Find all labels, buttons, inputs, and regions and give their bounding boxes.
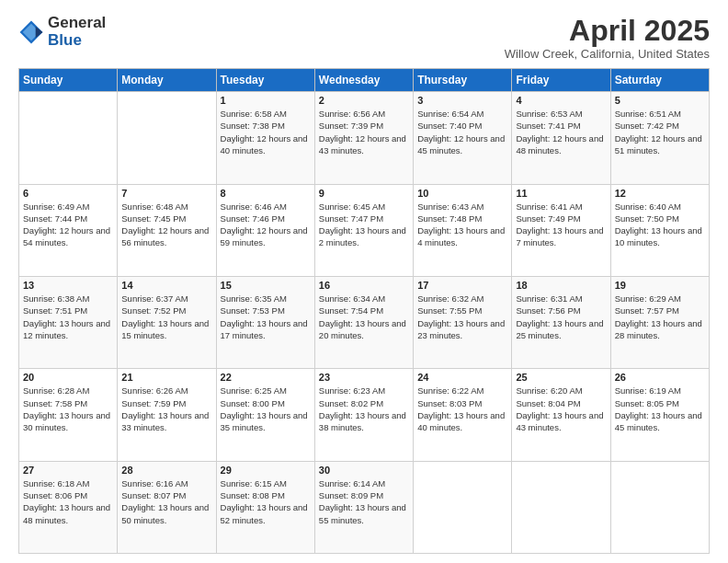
- calendar-cell: 26Sunrise: 6:19 AM Sunset: 8:05 PM Dayli…: [610, 369, 709, 461]
- day-number: 18: [516, 280, 606, 291]
- day-info: Sunrise: 6:56 AM Sunset: 7:39 PM Dayligh…: [319, 108, 409, 156]
- location: Willow Creek, California, United States: [505, 47, 710, 61]
- day-number: 22: [221, 372, 311, 383]
- day-info: Sunrise: 6:26 AM Sunset: 7:59 PM Dayligh…: [121, 385, 211, 433]
- day-number: 6: [23, 188, 113, 199]
- page: General Blue April 2025 Willow Creek, Ca…: [0, 0, 728, 563]
- day-info: Sunrise: 6:49 AM Sunset: 7:44 PM Dayligh…: [23, 201, 113, 249]
- calendar-week-row: 1Sunrise: 6:58 AM Sunset: 7:38 PM Daylig…: [19, 92, 710, 184]
- calendar-cell: 9Sunrise: 6:45 AM Sunset: 7:47 PM Daylig…: [314, 184, 413, 276]
- calendar-cell: 28Sunrise: 6:16 AM Sunset: 8:07 PM Dayli…: [118, 461, 216, 553]
- calendar-cell: 7Sunrise: 6:48 AM Sunset: 7:45 PM Daylig…: [118, 184, 216, 276]
- day-number: 11: [516, 188, 606, 199]
- calendar-cell: 3Sunrise: 6:54 AM Sunset: 7:40 PM Daylig…: [414, 92, 512, 184]
- calendar-cell: 12Sunrise: 6:40 AM Sunset: 7:50 PM Dayli…: [610, 184, 709, 276]
- day-info: Sunrise: 6:34 AM Sunset: 7:54 PM Dayligh…: [319, 293, 409, 341]
- calendar-cell: 13Sunrise: 6:38 AM Sunset: 7:51 PM Dayli…: [19, 276, 118, 368]
- day-info: Sunrise: 6:53 AM Sunset: 7:41 PM Dayligh…: [516, 108, 606, 156]
- calendar-week-row: 13Sunrise: 6:38 AM Sunset: 7:51 PM Dayli…: [19, 276, 710, 368]
- day-number: 28: [121, 465, 211, 476]
- day-number: 20: [23, 372, 113, 383]
- day-number: 23: [319, 372, 409, 383]
- day-info: Sunrise: 6:51 AM Sunset: 7:42 PM Dayligh…: [615, 108, 705, 156]
- calendar-cell: 15Sunrise: 6:35 AM Sunset: 7:53 PM Dayli…: [216, 276, 314, 368]
- day-info: Sunrise: 6:35 AM Sunset: 7:53 PM Dayligh…: [221, 293, 311, 341]
- calendar-cell: 25Sunrise: 6:20 AM Sunset: 8:04 PM Dayli…: [512, 369, 610, 461]
- day-info: Sunrise: 6:48 AM Sunset: 7:45 PM Dayligh…: [121, 201, 211, 249]
- logo: General Blue: [18, 15, 106, 49]
- day-number: 10: [417, 188, 507, 199]
- day-info: Sunrise: 6:23 AM Sunset: 8:02 PM Dayligh…: [319, 385, 409, 433]
- calendar-cell: [512, 461, 610, 553]
- calendar-table: SundayMondayTuesdayWednesdayThursdayFrid…: [18, 68, 710, 554]
- calendar-cell: 11Sunrise: 6:41 AM Sunset: 7:49 PM Dayli…: [512, 184, 610, 276]
- calendar-cell: 8Sunrise: 6:46 AM Sunset: 7:46 PM Daylig…: [216, 184, 314, 276]
- day-number: 5: [615, 95, 705, 106]
- day-of-week-header: Tuesday: [216, 69, 314, 92]
- day-info: Sunrise: 6:31 AM Sunset: 7:56 PM Dayligh…: [516, 293, 606, 341]
- day-of-week-header: Monday: [118, 69, 216, 92]
- day-number: 16: [319, 280, 409, 291]
- day-info: Sunrise: 6:41 AM Sunset: 7:49 PM Dayligh…: [516, 201, 606, 249]
- calendar-cell: 2Sunrise: 6:56 AM Sunset: 7:39 PM Daylig…: [314, 92, 413, 184]
- calendar-cell: 1Sunrise: 6:58 AM Sunset: 7:38 PM Daylig…: [216, 92, 314, 184]
- day-number: 9: [319, 188, 409, 199]
- day-info: Sunrise: 6:38 AM Sunset: 7:51 PM Dayligh…: [23, 293, 113, 341]
- calendar-cell: 4Sunrise: 6:53 AM Sunset: 7:41 PM Daylig…: [512, 92, 610, 184]
- day-info: Sunrise: 6:18 AM Sunset: 8:06 PM Dayligh…: [23, 477, 113, 526]
- day-number: 27: [23, 465, 113, 476]
- day-of-week-header: Wednesday: [314, 69, 413, 92]
- title-block: April 2025 Willow Creek, California, Uni…: [505, 15, 710, 61]
- day-number: 21: [121, 372, 211, 383]
- day-info: Sunrise: 6:22 AM Sunset: 8:03 PM Dayligh…: [417, 385, 507, 433]
- day-number: 14: [121, 280, 211, 291]
- day-info: Sunrise: 6:19 AM Sunset: 8:05 PM Dayligh…: [615, 385, 705, 433]
- calendar-cell: 22Sunrise: 6:25 AM Sunset: 8:00 PM Dayli…: [216, 369, 314, 461]
- day-number: 26: [615, 372, 705, 383]
- day-number: 12: [615, 188, 705, 199]
- day-info: Sunrise: 6:40 AM Sunset: 7:50 PM Dayligh…: [615, 201, 705, 249]
- calendar-cell: 6Sunrise: 6:49 AM Sunset: 7:44 PM Daylig…: [19, 184, 118, 276]
- day-info: Sunrise: 6:58 AM Sunset: 7:38 PM Dayligh…: [221, 108, 311, 156]
- calendar-cell: 27Sunrise: 6:18 AM Sunset: 8:06 PM Dayli…: [19, 461, 118, 553]
- calendar-cell: 24Sunrise: 6:22 AM Sunset: 8:03 PM Dayli…: [414, 369, 512, 461]
- day-number: 25: [516, 372, 606, 383]
- day-number: 17: [417, 280, 507, 291]
- day-number: 1: [221, 95, 311, 106]
- calendar-cell: [414, 461, 512, 553]
- logo-icon: [18, 19, 44, 45]
- calendar-cell: 18Sunrise: 6:31 AM Sunset: 7:56 PM Dayli…: [512, 276, 610, 368]
- header: General Blue April 2025 Willow Creek, Ca…: [18, 15, 710, 61]
- day-of-week-header: Friday: [512, 69, 610, 92]
- logo-general: General: [48, 15, 106, 32]
- day-info: Sunrise: 6:16 AM Sunset: 8:07 PM Dayligh…: [121, 477, 211, 526]
- day-of-week-header: Sunday: [19, 69, 118, 92]
- day-number: 7: [121, 188, 211, 199]
- calendar-cell: 20Sunrise: 6:28 AM Sunset: 7:58 PM Dayli…: [19, 369, 118, 461]
- svg-marker-2: [36, 26, 43, 37]
- day-number: 3: [417, 95, 507, 106]
- day-info: Sunrise: 6:28 AM Sunset: 7:58 PM Dayligh…: [23, 385, 113, 433]
- day-info: Sunrise: 6:20 AM Sunset: 8:04 PM Dayligh…: [516, 385, 606, 433]
- calendar-week-row: 6Sunrise: 6:49 AM Sunset: 7:44 PM Daylig…: [19, 184, 710, 276]
- day-info: Sunrise: 6:45 AM Sunset: 7:47 PM Dayligh…: [319, 201, 409, 249]
- calendar-cell: [19, 92, 118, 184]
- day-info: Sunrise: 6:32 AM Sunset: 7:55 PM Dayligh…: [417, 293, 507, 341]
- calendar-week-row: 20Sunrise: 6:28 AM Sunset: 7:58 PM Dayli…: [19, 369, 710, 461]
- day-number: 4: [516, 95, 606, 106]
- day-info: Sunrise: 6:25 AM Sunset: 8:00 PM Dayligh…: [221, 385, 311, 433]
- logo-blue: Blue: [48, 32, 106, 50]
- day-info: Sunrise: 6:46 AM Sunset: 7:46 PM Dayligh…: [221, 201, 311, 249]
- calendar-header-row: SundayMondayTuesdayWednesdayThursdayFrid…: [19, 69, 710, 92]
- day-of-week-header: Saturday: [610, 69, 709, 92]
- day-number: 30: [319, 465, 409, 476]
- day-of-week-header: Thursday: [414, 69, 512, 92]
- calendar-cell: [118, 92, 216, 184]
- month-title: April 2025: [505, 15, 710, 47]
- calendar-cell: [610, 461, 709, 553]
- calendar-cell: 19Sunrise: 6:29 AM Sunset: 7:57 PM Dayli…: [610, 276, 709, 368]
- day-number: 29: [221, 465, 311, 476]
- calendar-cell: 5Sunrise: 6:51 AM Sunset: 7:42 PM Daylig…: [610, 92, 709, 184]
- day-number: 19: [615, 280, 705, 291]
- day-number: 24: [417, 372, 507, 383]
